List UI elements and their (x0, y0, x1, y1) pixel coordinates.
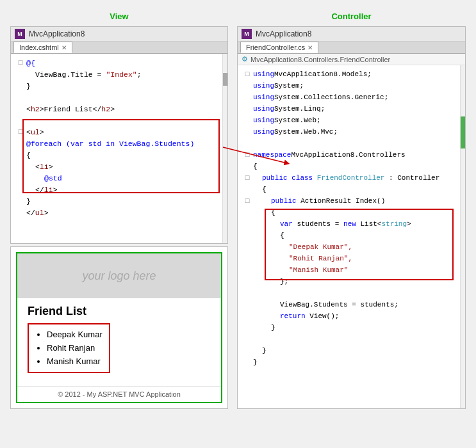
rc-line-7 (242, 138, 456, 150)
rc-line-21: ViewBag.Students = students; (242, 300, 456, 311)
rc-line-20 (242, 288, 456, 300)
rc-line-11: { (242, 184, 456, 196)
view-tab-bar: Index.cshtml ✕ (11, 42, 227, 54)
controller-breadcrumb: ⚙ MvcApplication8.Controllers.FriendCont… (238, 54, 465, 65)
view-vs-icon: M (15, 29, 25, 39)
collapse-1[interactable]: □ (15, 58, 26, 68)
controller-scrollbar[interactable] (460, 65, 465, 408)
code-line-5: <h2>Friend List</h2> (15, 104, 218, 115)
code-line-4 (15, 92, 218, 104)
rc-line-22: return View(); (242, 311, 456, 323)
view-tab-close[interactable]: ✕ (62, 44, 67, 51)
right-panel-wrapper: Controller M MvcApplication8 FriendContr… (237, 10, 466, 409)
preview-content-area: your logo here Friend List Deepak Kumar … (16, 252, 222, 403)
controller-tab[interactable]: FriendController.cs ✕ (240, 42, 318, 53)
rc-line-12: □ public ActionResult Index() (242, 196, 456, 207)
code-line-8: @foreach (var std in ViewBag.Students) (15, 138, 218, 150)
controller-tab-close[interactable]: ✕ (308, 44, 313, 51)
friend-item-2: Rohit Ranjan (47, 342, 103, 355)
rc-line-18: "Manish Kumar" (242, 265, 456, 276)
rc-line-19: }; (242, 276, 456, 288)
rc-line-15: { (242, 230, 456, 242)
breadcrumb-text: MvcApplication8.Controllers.FriendContro… (250, 56, 390, 63)
logo-text: your logo here (82, 269, 156, 283)
friend-item-3: Manish Kumar (47, 355, 103, 369)
preview-body: Friend List Deepak Kumar Rohit Ranjan Ma… (17, 298, 221, 380)
rc-line-6: using System.Web.Mvc; (242, 127, 456, 138)
rc-line-2: using System; (242, 81, 456, 92)
code-line-9: { (15, 150, 218, 161)
controller-app-name: MvcApplication8 (256, 29, 311, 38)
rc-line-17: "Rohit Ranjan", (242, 253, 456, 265)
preview-logo: your logo here (17, 253, 221, 298)
view-app-name: MvcApplication8 (29, 29, 85, 38)
code-line-2: ViewBag.Title = "Index"; (15, 69, 218, 81)
friend-item-1: Deepak Kumar (47, 328, 103, 342)
rc-line-5: using System.Web; (242, 115, 456, 127)
rc-line-25: } (242, 346, 456, 357)
code-line-7: □ <ul> (15, 127, 218, 138)
collapse-7[interactable]: □ (15, 127, 26, 138)
rc-line-4: using System.Linq; (242, 104, 456, 115)
view-code-panel: M MvcApplication8 Index.cshtml ✕ □ (10, 26, 228, 244)
preview-footer: © 2012 - My ASP.NET MVC Application (17, 386, 221, 402)
code-line-14: </ul> (15, 207, 218, 219)
rc-line-14: var students = new List<string> (242, 219, 456, 230)
rc-line-9: { (242, 161, 456, 173)
controller-code-scroll: □ using MvcApplication8.Models; using Sy… (238, 65, 465, 408)
rc-line-24 (242, 334, 456, 346)
controller-tab-bar: FriendController.cs ✕ (238, 42, 465, 54)
view-scrollbar-thumb[interactable] (223, 73, 227, 86)
view-tab[interactable]: Index.cshtml ✕ (13, 42, 72, 53)
rc-line-1: □ using MvcApplication8.Models; (242, 69, 456, 81)
code-line-6 (15, 115, 218, 127)
rc-line-3: using System.Collections.Generic; (242, 92, 456, 104)
controller-header-label: Controller (237, 10, 466, 24)
friend-list-box: Deepak Kumar Rohit Ranjan Manish Kumar (28, 323, 110, 373)
controller-titlebar: M MvcApplication8 (238, 27, 465, 42)
code-line-12: </li> (15, 184, 218, 196)
preview-panel-window: your logo here Friend List Deepak Kumar … (10, 246, 228, 409)
code-line-1: □ @{ (15, 58, 218, 69)
preview-title: Friend List (28, 305, 211, 318)
rc-line-13: { (242, 207, 456, 219)
view-code-lines: □ @{ ViewBag.Title = "Index"; } (11, 54, 222, 243)
view-scrollbar[interactable] (222, 54, 227, 243)
controller-vs-icon: M (242, 29, 252, 39)
view-tab-label: Index.cshtml (19, 44, 59, 51)
code-line-13: } (15, 196, 218, 207)
rc-line-23: } (242, 323, 456, 334)
rc-line-16: "Deepak Kumar", (242, 242, 456, 253)
code-line-10: <li> (15, 161, 218, 173)
controller-tab-label: FriendController.cs (246, 44, 305, 51)
view-code-scroll: □ @{ ViewBag.Title = "Index"; } (11, 54, 227, 243)
code-line-11: @std (15, 173, 218, 184)
friend-list: Deepak Kumar Rohit Ranjan Manish Kumar (35, 328, 103, 368)
controller-code-lines: □ using MvcApplication8.Models; using Sy… (238, 65, 460, 408)
controller-scrollbar-thumb[interactable] (461, 116, 465, 148)
rc-line-26: } (242, 357, 456, 369)
breadcrumb-icon: ⚙ (242, 55, 248, 63)
rc-line-10: □ public class FriendController : Contro… (242, 173, 456, 184)
rc-line-8: □ namespace MvcApplication8.Controllers (242, 150, 456, 161)
code-line-3: } (15, 81, 218, 92)
view-header-label: View (10, 10, 228, 24)
view-titlebar: M MvcApplication8 (11, 27, 227, 42)
controller-code-panel: M MvcApplication8 FriendController.cs ✕ … (237, 26, 466, 409)
